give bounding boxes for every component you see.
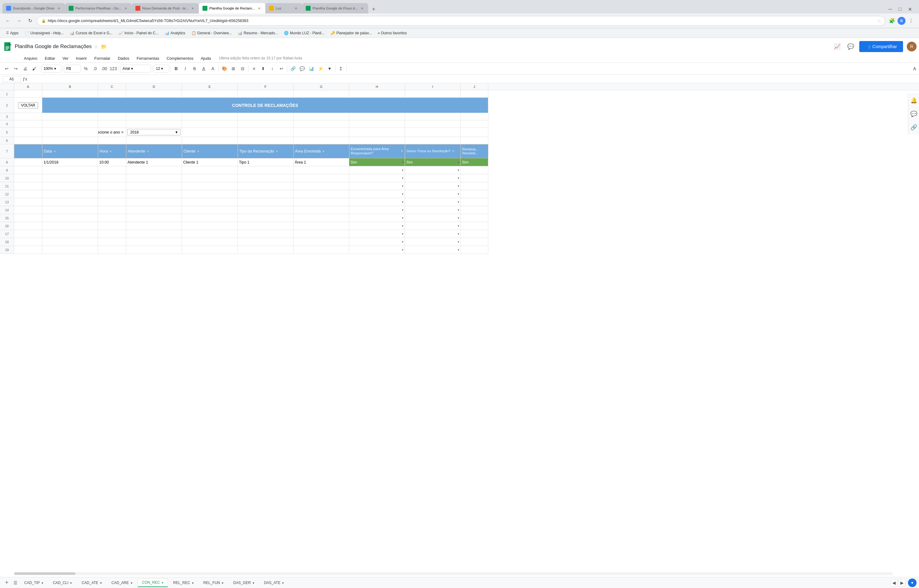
dropdown-I-14[interactable]: ▾ (402, 208, 404, 212)
cell-C17[interactable] (98, 230, 126, 238)
cell-A4[interactable] (14, 120, 42, 128)
chart-icon[interactable]: 📈 (832, 42, 842, 52)
col-header-resolvida[interactable]: Reclama... Resolvid... (461, 144, 488, 158)
cell-G16[interactable] (294, 222, 349, 230)
cell-F15[interactable] (238, 214, 294, 222)
sheet-tab-dropdown-cad-cli[interactable]: ▾ (70, 581, 72, 585)
decimal2-format-btn[interactable]: .00 (100, 64, 108, 73)
cell-I19[interactable]: ▾ (405, 246, 461, 254)
chart-tb-button[interactable]: 📊 (307, 64, 315, 73)
menu-btn[interactable]: ⋮ (907, 16, 915, 25)
cell-H15[interactable]: ▾ (349, 214, 405, 222)
undo-button[interactable]: ↩ (2, 64, 11, 73)
cell-E5[interactable] (182, 128, 238, 137)
filter2-button[interactable]: ▼ (325, 64, 334, 73)
forward-button[interactable]: → (15, 16, 23, 25)
cell-A14[interactable] (14, 206, 42, 214)
cell-C10[interactable] (98, 174, 126, 182)
col-header-H[interactable]: H (349, 83, 405, 90)
italic-button[interactable]: I (181, 64, 190, 73)
cell-A2[interactable]: VOLTAR (14, 98, 42, 113)
cell-G14[interactable] (294, 206, 349, 214)
cell-tipo-8[interactable]: Tipo 1 (238, 158, 294, 166)
row-num-14[interactable]: 14 (0, 206, 14, 214)
browser-tab-6[interactable]: Planilha Google de Fluxo d... ✕ (302, 3, 368, 13)
currency-format-btn[interactable]: R$ (64, 65, 81, 73)
cell-B16[interactable] (42, 222, 98, 230)
sheet-tab-cad-cli[interactable]: CAD_CLI ▾ (48, 578, 77, 587)
cell-G18[interactable] (294, 238, 349, 246)
cell-hora-8[interactable]: 10:00 (98, 158, 126, 166)
side-notification-icon[interactable]: 🔔 (909, 95, 919, 105)
cell-H19[interactable]: ▾ (349, 246, 405, 254)
cell-A9[interactable] (14, 166, 42, 174)
cell-B18[interactable] (42, 238, 98, 246)
cell-D11[interactable] (126, 182, 182, 190)
cell-E9[interactable] (182, 166, 238, 174)
cell-F9[interactable] (238, 166, 294, 174)
bookmark-apps[interactable]: ⠿ Apps (4, 30, 21, 36)
filter-atendente-icon[interactable]: ▼ (147, 150, 150, 153)
tab-close-3[interactable]: ✕ (190, 6, 195, 11)
dropdown-J-17[interactable]: ▾ (458, 232, 459, 236)
dropdown-I-10[interactable]: ▾ (402, 176, 404, 180)
col-header-A[interactable]: A (14, 83, 42, 90)
comment-icon[interactable]: 💬 (846, 42, 856, 52)
cell-I14[interactable]: ▾ (405, 206, 461, 214)
cell-J15[interactable] (461, 214, 488, 222)
cell-A11[interactable] (14, 182, 42, 190)
explore-btn[interactable]: ✦ (908, 578, 917, 587)
cell-C11[interactable] (98, 182, 126, 190)
cell-C15[interactable] (98, 214, 126, 222)
cell-C19[interactable] (98, 246, 126, 254)
bookmark-unassigned[interactable]: 📄 Unassigned - Help... (22, 30, 66, 36)
cell-F11[interactable] (238, 182, 294, 190)
voltar-button[interactable]: VOLTAR (18, 102, 38, 108)
cell-D3[interactable] (126, 113, 182, 120)
dropdown-I-13[interactable]: ▾ (402, 200, 404, 204)
dropdown-I-19[interactable]: ▾ (402, 248, 404, 252)
cell-J19[interactable] (461, 246, 488, 254)
cell-I16[interactable]: ▾ (405, 222, 461, 230)
sheet-tab-dropdown-rel-fun[interactable]: ▾ (222, 581, 223, 585)
cell-D19[interactable] (126, 246, 182, 254)
cell-A17[interactable] (14, 230, 42, 238)
menu-editar[interactable]: Editar (42, 55, 58, 62)
cell-F16[interactable] (238, 222, 294, 230)
cell-D10[interactable] (126, 174, 182, 182)
menu-ferramentas[interactable]: Ferramentas (134, 55, 162, 62)
menu-arquivo[interactable]: Arquivo (21, 55, 40, 62)
back-button[interactable]: ← (4, 16, 12, 25)
cell-J11[interactable] (461, 182, 488, 190)
rotate-button[interactable]: ↕ (268, 64, 277, 73)
cell-area-8[interactable]: Área 1 (294, 158, 349, 166)
filter-cliente-icon[interactable]: ▼ (197, 150, 200, 153)
row-num-16[interactable]: 16 (0, 222, 14, 230)
merge-button[interactable]: ⊟ (238, 64, 247, 73)
cell-B14[interactable] (42, 206, 98, 214)
sheet-tab-dropdown-cad-ate[interactable]: ▾ (100, 581, 102, 585)
cell-G15[interactable] (294, 214, 349, 222)
col-header-area[interactable]: Área Envolvida ▼ (294, 144, 349, 158)
sheet-tab-das-ger[interactable]: DAS_GER ▾ (229, 578, 258, 587)
cell-G3[interactable] (294, 113, 349, 120)
row-num-1[interactable]: 1 (0, 90, 14, 98)
cell-A18[interactable] (14, 238, 42, 246)
cell-B13[interactable] (42, 198, 98, 206)
cell-troca-8[interactable]: Sim ▾ (405, 158, 461, 166)
bold-button[interactable]: B (172, 64, 181, 73)
cell-D18[interactable] (126, 238, 182, 246)
align-button[interactable]: ≡ (250, 64, 258, 73)
dropdown-J-12[interactable]: ▾ (458, 192, 459, 196)
filter-tipo-icon[interactable]: ▼ (275, 150, 278, 153)
cell-J12[interactable] (461, 190, 488, 198)
bookmark-planejador[interactable]: 🔑 Planejador de palav... (328, 30, 374, 36)
cell-G10[interactable] (294, 174, 349, 182)
cell-F12[interactable] (238, 190, 294, 198)
cell-H18[interactable]: ▾ (349, 238, 405, 246)
cell-A5[interactable] (14, 128, 42, 137)
cell-B19[interactable] (42, 246, 98, 254)
col-header-E[interactable]: E (182, 83, 238, 90)
col-header-F[interactable]: F (238, 83, 294, 90)
cell-H10[interactable]: ▾ (349, 174, 405, 182)
